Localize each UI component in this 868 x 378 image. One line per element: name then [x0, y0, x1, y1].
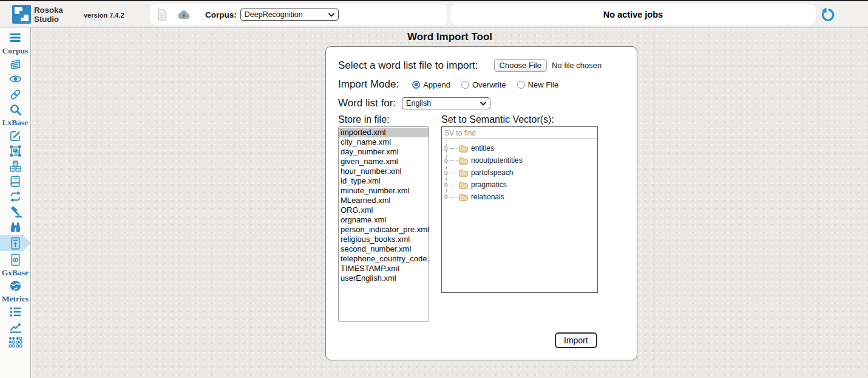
corpus-toolbar: Corpus: DeepRecognition [151, 4, 447, 25]
word-import-dialog: Select a word list file to import: Choos… [325, 46, 637, 360]
tree-item[interactable]: pragmatics [442, 179, 597, 191]
folder-icon [459, 157, 468, 165]
radio-overwrite[interactable]: Overwrite [461, 80, 506, 89]
document-icon [158, 9, 167, 21]
binoculars-icon [9, 221, 22, 233]
sidebar-item-chart[interactable] [0, 320, 31, 334]
list-item[interactable]: city_name.xml [339, 137, 429, 147]
folder-icon [459, 145, 468, 153]
expander-icon[interactable] [444, 182, 449, 188]
sidebar-item-gavel[interactable] [0, 205, 31, 218]
tree-item[interactable]: entities [442, 142, 597, 154]
tree-branch [449, 185, 458, 185]
radio-new-file[interactable]: New File [517, 80, 559, 89]
refresh-button[interactable] [820, 7, 835, 22]
sidebar-item-code-file[interactable] [0, 253, 31, 266]
language-select[interactable]: English [402, 97, 490, 109]
list-item[interactable]: given_name.xml [339, 157, 429, 167]
folder-icon [459, 169, 468, 177]
edit-icon [9, 129, 22, 142]
expander-icon[interactable] [444, 146, 449, 151]
sidebar-item-notes[interactable] [0, 57, 31, 70]
list-item[interactable]: person_indicator_pre.xml [339, 225, 429, 235]
radio-button-selected[interactable] [412, 81, 420, 89]
sv-search-input[interactable] [442, 128, 597, 139]
radio-button[interactable] [517, 81, 525, 89]
sidebar: Corpus [0, 27, 31, 378]
radio-button[interactable] [461, 81, 469, 89]
sidebar-item-book[interactable] [0, 174, 31, 188]
app-name: Rosoka Studio [34, 5, 63, 24]
tree-item[interactable]: relationals [442, 191, 597, 203]
list-item[interactable]: TIMESTAMP.xml [339, 264, 429, 273]
tree-item[interactable]: partofspeach [442, 167, 597, 179]
dots-grid-icon [8, 337, 22, 348]
repeat-icon [9, 190, 22, 203]
expander-icon[interactable] [444, 194, 449, 200]
file-status: No file chosen [552, 61, 602, 70]
sidebar-item-globe[interactable] [0, 279, 31, 292]
language-select-value: English [406, 99, 431, 108]
list-item[interactable]: telephone_country_code.x [339, 254, 429, 264]
sidebar-item-edit[interactable] [0, 129, 31, 142]
tree-branch [449, 160, 458, 161]
radio-append[interactable]: Append [412, 80, 450, 89]
sidebar-item-view[interactable] [0, 72, 31, 86]
selection-frame-icon [9, 145, 22, 157]
sidebar-item-binoculars[interactable] [0, 220, 31, 233]
list-item[interactable]: second_number.xml [339, 244, 429, 254]
import-button[interactable]: Import [555, 332, 597, 348]
list-item[interactable]: imported.xml [339, 128, 429, 137]
word-list-for-label: Word list for: [338, 97, 396, 109]
tree-branch [449, 173, 458, 173]
semantic-vector-tree: entities nooutputentities partofspeach [441, 126, 598, 293]
sidebar-label-corpus: Corpus [2, 46, 29, 55]
tree-rows: entities nooutputentities partofspeach [442, 139, 597, 203]
sidebar-item-import[interactable] [0, 235, 31, 251]
cubes-icon [9, 160, 22, 173]
expander-icon[interactable] [444, 158, 449, 163]
sidebar-item-selection-frame[interactable] [0, 144, 31, 157]
sidebar-item-search[interactable] [0, 103, 31, 116]
list-item[interactable]: hour_number.xml [339, 167, 429, 176]
list-item[interactable]: userEnglish.xml [339, 273, 429, 283]
cloud-upload-button[interactable] [177, 10, 191, 19]
list-item[interactable]: orgname.xml [339, 215, 429, 225]
chart-icon [9, 321, 22, 334]
tree-item[interactable]: nooutputentities [442, 154, 597, 167]
choose-file-button[interactable]: Choose File [494, 59, 547, 72]
list-icon [9, 306, 22, 317]
store-file-listbox[interactable]: imported.xml city_name.xml day_number.xm… [338, 126, 429, 322]
import-mode-options: Append Overwrite New File [412, 80, 558, 89]
list-item[interactable]: id_type.xml [339, 176, 429, 186]
eye-icon [9, 74, 22, 84]
menu-icon [9, 33, 21, 43]
corpus-select[interactable]: DeepRecognition [240, 9, 339, 21]
cloud-upload-icon [177, 10, 191, 19]
sidebar-item-list[interactable] [0, 305, 31, 318]
import-file-icon [9, 237, 22, 250]
list-item[interactable]: day_number.xml [339, 147, 429, 157]
version-label: version 7.4.2 [84, 12, 124, 19]
app-header: Rosoka Studio version 7.4.2 [0, 0, 868, 27]
list-item[interactable]: MLearned.xml [339, 196, 429, 205]
sidebar-item-links[interactable] [0, 88, 31, 101]
sidebar-item-repeat[interactable] [0, 190, 31, 203]
list-item[interactable]: minute_number.xml [339, 186, 429, 196]
rosoka-logo-icon [12, 5, 31, 24]
jobs-status: No active jobs [450, 4, 816, 25]
book-icon [9, 175, 22, 188]
globe-icon [9, 280, 22, 292]
list-item[interactable]: ORG.xml [339, 205, 429, 215]
sidebar-label-metrics: Metrics [2, 294, 29, 303]
notes-icon [9, 58, 22, 70]
expander-icon[interactable] [444, 170, 449, 176]
code-file-icon [9, 253, 22, 266]
sidebar-item-dots-grid[interactable] [0, 335, 31, 349]
sidebar-item-menu[interactable] [0, 31, 31, 44]
sidebar-item-cubes[interactable] [0, 159, 31, 173]
list-item[interactable]: religious_books.xml [339, 235, 429, 244]
semantic-vectors-label: Set to Semantic Vector(s): [441, 114, 554, 125]
tree-branch [449, 148, 458, 149]
document-button[interactable] [158, 9, 167, 21]
